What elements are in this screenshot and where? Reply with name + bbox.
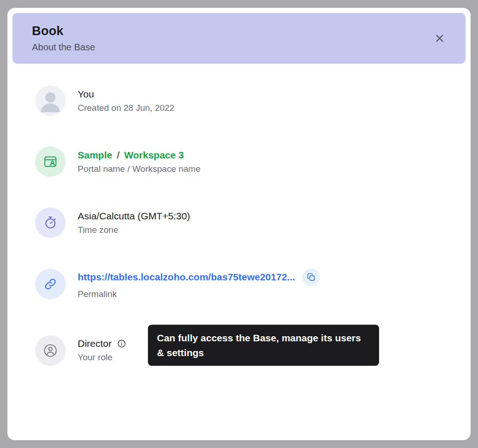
role-info-button[interactable] [116,339,127,349]
role-value: Director [78,338,112,349]
modal-header: Book About the Base [12,13,466,64]
person-circle-icon [43,343,58,358]
info-circle-icon [117,339,126,348]
copy-icon [306,272,316,282]
creator-name: You [78,89,174,100]
modal-subtitle: About the Base [32,42,95,53]
permalink-text: https://tables.localzoho.com/bas75tewe20… [78,268,320,299]
workspace-text: Sample / Workspace 3 Portal name / Works… [78,150,201,174]
timezone-value: Asia/Calcutta (GMT+5:30) [78,211,190,222]
about-base-modal: Book About the Base [7,8,471,440]
portal-icon-circle [35,146,66,177]
creator-subtitle: Created on 28 Jun, 2022 [78,103,174,113]
workspace-row: Sample / Workspace 3 Portal name / Works… [35,146,452,177]
role-tooltip: Can fully access the Base, manage its us… [148,325,379,366]
workspace-title-line: Sample / Workspace 3 [78,150,201,161]
permalink-link[interactable]: https://tables.localzoho.com/bas75tewe20… [78,272,295,283]
creator-row: You Created on 28 Jun, 2022 [35,85,452,116]
workspace-portal-icon [43,154,58,169]
stopwatch-icon [43,215,58,230]
person-silhouette-icon [35,85,66,116]
avatar [35,85,66,116]
role-row: Director Your role [35,330,452,371]
role-text: Director Your role [78,338,127,363]
close-icon [434,33,445,44]
modal-title: Book [32,24,95,38]
role-title-line: Director [78,338,127,349]
copy-link-button[interactable] [302,268,320,286]
close-button[interactable] [431,30,448,47]
creator-text: You Created on 28 Jun, 2022 [78,89,174,113]
about-rows: You Created on 28 Jun, 2022 [7,69,471,371]
portal-name-link[interactable]: Sample [78,150,112,161]
workspace-subtitle: Portal name / Workspace name [78,164,201,174]
timezone-icon-circle [35,207,66,238]
timezone-text: Asia/Calcutta (GMT+5:30) Time zone [78,211,190,235]
role-icon-circle [35,335,66,366]
permalink-title-line: https://tables.localzoho.com/bas75tewe20… [78,268,320,286]
role-subtitle: Your role [78,352,127,363]
page-background: Book About the Base [0,0,478,448]
modal-header-text: Book About the Base [32,24,95,53]
timezone-subtitle: Time zone [78,225,190,235]
workspace-name-link[interactable]: Workspace 3 [124,150,184,161]
permalink-row: https://tables.localzoho.com/bas75tewe20… [35,268,452,299]
portal-workspace-separator: / [117,150,120,161]
permalink-icon-circle [35,269,66,299]
link-chain-icon [43,277,57,291]
timezone-row: Asia/Calcutta (GMT+5:30) Time zone [35,207,452,238]
permalink-subtitle: Permalink [78,289,320,299]
